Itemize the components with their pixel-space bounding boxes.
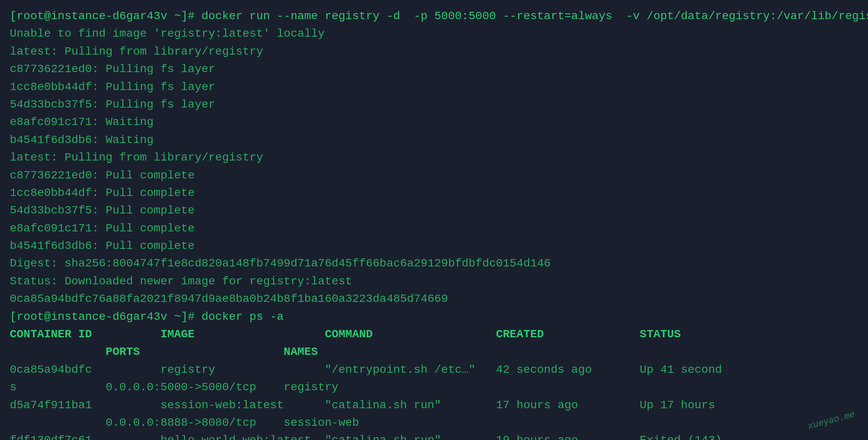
terminal-line: 1cc8e0bb44df: Pulling fs layer (10, 78, 858, 96)
terminal-line: e8afc091c171: Waiting (10, 113, 858, 131)
terminal-line: PORTS NAMES (10, 343, 858, 361)
terminal-window: [root@instance-d6gar43v ~]# docker run -… (10, 7, 858, 440)
terminal-line: latest: Pulling from library/registry (10, 149, 858, 166)
terminal-line: s 0.0.0.0:5000->5000/tcp registry (10, 378, 858, 396)
terminal-line: fdf130df7c61 hello-world-web:latest "cat… (10, 431, 858, 440)
terminal-line: 1cc8e0bb44df: Pull complete (10, 184, 858, 202)
terminal-line: Digest: sha256:8004747f1e8cd820a148fb749… (10, 255, 858, 272)
terminal-line: b4541f6d3db6: Pull complete (10, 237, 858, 255)
terminal-line: 54d33bcb37f5: Pulling fs layer (10, 96, 858, 113)
terminal-line: c87736221ed0: Pulling fs layer (10, 60, 858, 78)
terminal-line: c87736221ed0: Pull complete (10, 167, 858, 184)
terminal-line: 54d33bcb37f5: Pull complete (10, 202, 858, 219)
terminal-line: d5a74f911ba1 session-web:latest "catalin… (10, 396, 858, 414)
terminal-line: 0ca85a94bdfc76a88fa2021f8947d9ae8ba0b24b… (10, 290, 858, 308)
terminal-line: [root@instance-d6gar43v ~]# docker run -… (10, 7, 858, 25)
terminal-line: Unable to find image 'registry:latest' l… (10, 25, 858, 42)
terminal-line: CONTAINER ID IMAGE COMMAND CREATED STATU… (10, 326, 858, 343)
terminal-line: e8afc091c171: Pull complete (10, 220, 858, 237)
terminal-line: Status: Downloaded newer image for regis… (10, 273, 858, 290)
terminal-line: 0ca85a94bdfc registry "/entrypoint.sh /e… (10, 361, 858, 378)
terminal-line: [root@instance-d6gar43v ~]# docker ps -a (10, 308, 858, 326)
terminal-line: latest: Pulling from library/registry (10, 43, 858, 60)
terminal-line: b4541f6d3db6: Waiting (10, 131, 858, 149)
terminal-line: 0.0.0.0:8888->8080/tcp session-web (10, 414, 858, 431)
